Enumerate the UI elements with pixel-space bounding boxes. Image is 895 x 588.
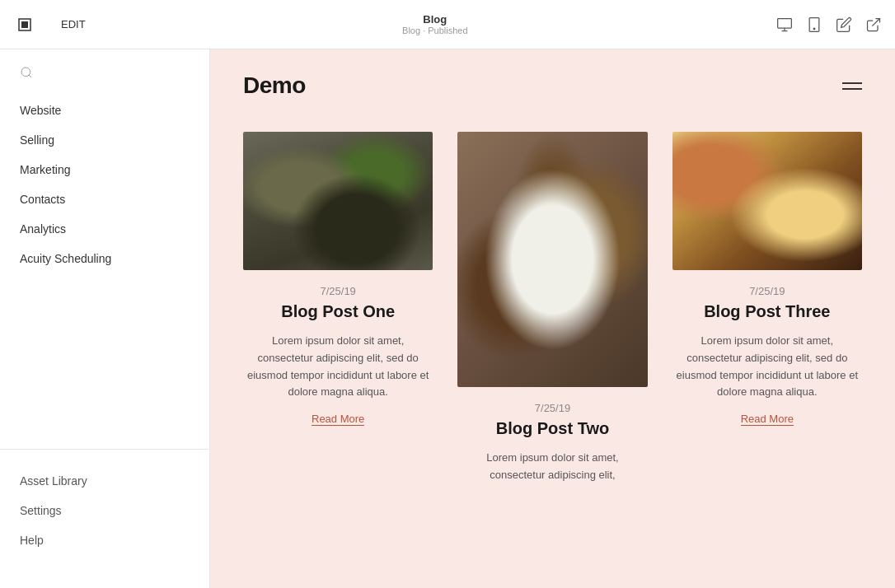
blog-post-3-date: 7/25/19: [672, 285, 862, 297]
hamburger-line-1: [842, 82, 862, 84]
top-bar-left: EDIT: [13, 13, 94, 36]
blog-grid: 7/25/19 Blog Post One Lorem ipsum dolor …: [210, 115, 895, 484]
top-bar-right: [776, 16, 882, 33]
blog-nav: Demo: [210, 49, 895, 115]
svg-line-3: [872, 18, 879, 26]
blog-post-1-date: 7/25/19: [243, 285, 433, 297]
edit-button[interactable]: EDIT: [53, 13, 94, 35]
sidebar-item-marketing[interactable]: Marketing: [0, 155, 209, 184]
page-title: Blog: [402, 13, 468, 26]
sidebar-item-website[interactable]: Website: [0, 96, 209, 125]
food-image-1-visual: [243, 132, 433, 270]
sidebar-item-asset-library[interactable]: Asset Library: [0, 466, 209, 496]
blog-card-1: 7/25/19 Blog Post One Lorem ipsum dolor …: [243, 132, 433, 484]
desktop-icon[interactable]: [776, 16, 793, 33]
blog-post-2-body: Lorem ipsum dolor sit amet, consectetur …: [457, 450, 647, 484]
sidebar-item-acuity[interactable]: Acuity Scheduling: [0, 244, 209, 273]
blog-post-3-image: [672, 132, 862, 270]
top-bar: EDIT Blog Blog · Published: [0, 0, 895, 49]
sidebar-nav: Website Selling Marketing Contacts Analy…: [0, 96, 209, 273]
blog-post-1-body: Lorem ipsum dolor sit amet, consectetur …: [243, 333, 433, 401]
squarespace-logo[interactable]: [13, 13, 36, 36]
sidebar-item-help[interactable]: Help: [0, 525, 209, 555]
content-area: Demo 7/25/19 Blog Post One Lorem ipsum d…: [210, 49, 895, 588]
svg-line-5: [29, 75, 31, 77]
sidebar-item-settings[interactable]: Settings: [0, 496, 209, 525]
pencil-icon[interactable]: [836, 16, 852, 33]
page-subtitle: Blog · Published: [402, 26, 468, 35]
sidebar-bottom: Asset Library Settings Help: [0, 449, 209, 572]
svg-point-2: [813, 28, 815, 30]
blog-title: Demo: [243, 72, 306, 99]
svg-rect-0: [778, 18, 792, 28]
sidebar-item-analytics[interactable]: Analytics: [0, 214, 209, 244]
top-bar-center: Blog Blog · Published: [402, 13, 468, 35]
sidebar: Website Selling Marketing Contacts Analy…: [0, 49, 210, 588]
blog-post-3-title: Blog Post Three: [672, 302, 862, 321]
blog-card-3: 7/25/19 Blog Post Three Lorem ipsum dolo…: [672, 132, 862, 484]
blog-post-3-read-more[interactable]: Read More: [741, 413, 794, 426]
sidebar-item-contacts[interactable]: Contacts: [0, 184, 209, 214]
food-image-3-visual: [672, 132, 862, 270]
blog-post-2-title: Blog Post Two: [457, 419, 647, 438]
tablet-icon[interactable]: [806, 16, 822, 33]
hamburger-line-2: [842, 88, 862, 90]
sidebar-search-area[interactable]: [0, 66, 209, 96]
blog-post-3-body: Lorem ipsum dolor sit amet, consectetur …: [672, 333, 862, 401]
food-image-2-visual: [457, 132, 647, 387]
blog-post-2-date: 7/25/19: [457, 402, 647, 414]
svg-point-4: [21, 68, 30, 77]
blog-post-1-read-more[interactable]: Read More: [312, 413, 364, 426]
blog-post-1-title: Blog Post One: [243, 302, 433, 321]
blog-post-2-image: [457, 132, 647, 387]
blog-post-1-image: [243, 132, 433, 270]
main-layout: Website Selling Marketing Contacts Analy…: [0, 49, 895, 588]
search-icon[interactable]: [20, 66, 33, 79]
blog-card-2: 7/25/19 Blog Post Two Lorem ipsum dolor …: [457, 132, 647, 484]
sidebar-item-selling[interactable]: Selling: [0, 125, 209, 155]
hamburger-menu[interactable]: [842, 82, 862, 90]
external-link-icon[interactable]: [865, 16, 882, 33]
